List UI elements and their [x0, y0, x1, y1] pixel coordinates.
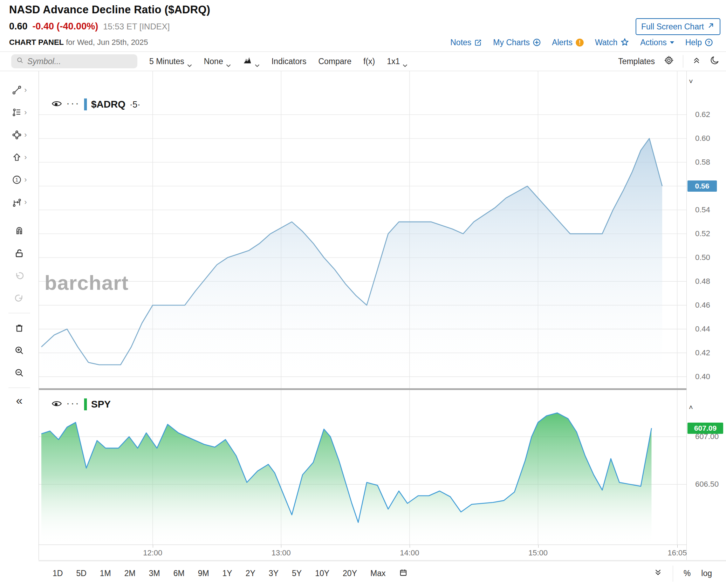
range-5y[interactable]: 5Y [292, 569, 302, 578]
measure-icon [12, 197, 22, 207]
lock-drawings-button[interactable] [14, 242, 25, 265]
series-menu-icon[interactable]: ··· [66, 401, 80, 405]
spy-pane[interactable]: ··· SPY [39, 390, 686, 545]
chart-type-dropdown[interactable] [243, 56, 260, 67]
calendar-button[interactable] [399, 568, 408, 579]
interval-dropdown[interactable]: 5 Minutes [149, 57, 192, 66]
undo-button[interactable] [14, 265, 25, 287]
aggregation-label: None [204, 57, 223, 66]
range-1y[interactable]: 1Y [222, 569, 232, 578]
magnet-mode-button[interactable] [14, 220, 25, 242]
eye-icon[interactable] [52, 100, 62, 109]
trendline-tool[interactable]: › [12, 79, 27, 101]
chevron-right-icon: › [24, 175, 27, 184]
moon-icon [710, 55, 720, 67]
range-10y[interactable]: 10Y [315, 569, 329, 578]
help-link[interactable]: Help ? [685, 38, 713, 47]
arrow-annotation-tool[interactable]: › [12, 146, 27, 169]
range-6m[interactable]: 6M [173, 569, 185, 578]
scale-controls: % log [654, 566, 712, 582]
eye-icon[interactable] [52, 400, 62, 409]
log-scale-button[interactable]: log [701, 569, 712, 578]
annotation-list-tool[interactable]: › [12, 101, 27, 124]
range-3y[interactable]: 3Y [269, 569, 279, 578]
chevron-right-icon: › [24, 153, 27, 162]
adrq-pane[interactable]: ··· $ADRQ ·5· barchart [39, 71, 686, 388]
chart-main: › › › › 1 › › [0, 71, 726, 588]
actions-link[interactable]: Actions [640, 38, 674, 47]
magnet-icon [14, 226, 25, 236]
delete-drawings-button[interactable] [14, 317, 25, 339]
series-menu-icon[interactable]: ··· [66, 101, 80, 105]
time-axis[interactable]: 12:0013:0014:0015:0016:05 [39, 545, 686, 560]
chevron-double-down-icon[interactable] [654, 568, 662, 579]
adrq-interval-suffix: ·5· [130, 100, 141, 110]
grid-layout-label: 1x1 [387, 57, 400, 66]
adrq-color-bar [84, 98, 87, 110]
my-charts-link[interactable]: My Charts [493, 38, 541, 47]
aggregation-dropdown[interactable]: None [204, 57, 231, 66]
templates-button[interactable]: Templates [618, 57, 655, 66]
adrq-last-price-badge: 0.56 [687, 180, 717, 192]
indicators-label: Indicators [272, 57, 307, 66]
dark-mode-toggle[interactable] [710, 55, 720, 67]
last-price: 0.60 [9, 21, 28, 32]
shapes-tool[interactable]: › [12, 124, 27, 146]
measure-tool[interactable]: › [12, 191, 27, 213]
arrow-up-right-icon [707, 22, 715, 32]
range-5d[interactable]: 5D [76, 569, 86, 578]
spy-area-chart[interactable] [39, 390, 686, 545]
svg-text:1: 1 [15, 177, 18, 183]
range-20y[interactable]: 20Y [343, 569, 357, 578]
watch-link[interactable]: Watch [595, 37, 630, 47]
range-1d[interactable]: 1D [53, 569, 63, 578]
alerts-label: Alerts [552, 38, 573, 47]
watch-label: Watch [595, 38, 617, 47]
right-column: ··· $ADRQ ·5· barchart [39, 71, 726, 588]
chevron-right-icon: › [24, 86, 27, 95]
actions-label: Actions [640, 38, 666, 47]
symbol-search-box[interactable] [11, 54, 137, 68]
collapse-toolbar-button[interactable] [692, 56, 701, 67]
percent-scale-button[interactable]: % [684, 569, 691, 578]
price-axis[interactable]: ˅ ˄ 0.56 607.09 0.620.600.580.560.540.52… [687, 71, 726, 560]
header: NASD Advance Decline Ratio ($ADRQ) 0.60 … [0, 0, 726, 47]
collapse-sidebar-button[interactable]: « [16, 391, 23, 409]
page-title: NASD Advance Decline Ratio ($ADRQ) [9, 4, 717, 16]
redo-button[interactable] [14, 287, 25, 309]
number-label-tool[interactable]: 1 › [12, 169, 27, 191]
settings-button[interactable] [664, 55, 674, 67]
time-tick [677, 545, 678, 548]
zoom-out-icon [14, 368, 25, 378]
range-max[interactable]: Max [370, 569, 385, 578]
compare-button[interactable]: Compare [318, 57, 351, 66]
fullscreen-chart-label: Full Screen Chart [641, 22, 704, 32]
adrq-area-chart[interactable] [39, 71, 686, 388]
chevron-right-icon: › [24, 108, 27, 117]
fullscreen-chart-button[interactable]: Full Screen Chart [636, 18, 720, 35]
quote-row: 0.60 -0.40 (-40.00%) 15:53 ET [INDEX] [9, 21, 717, 32]
symbol-input[interactable] [27, 57, 132, 66]
alerts-link[interactable]: Alerts ! [552, 38, 584, 47]
grid-layout-dropdown[interactable]: 1x1 [387, 57, 407, 66]
time-tick [410, 545, 410, 548]
trash-icon [14, 323, 25, 333]
notes-link[interactable]: Notes [450, 38, 482, 47]
fx-button[interactable]: f(x) [363, 57, 375, 66]
range-1m[interactable]: 1M [100, 569, 111, 578]
gear-icon [664, 55, 674, 67]
charts-and-axis: ··· $ADRQ ·5· barchart [39, 71, 726, 560]
range-2y[interactable]: 2Y [246, 569, 255, 578]
arrow-up-icon [12, 152, 22, 163]
notes-label: Notes [450, 38, 471, 47]
indicators-button[interactable]: Indicators [272, 57, 307, 66]
zoom-out-button[interactable] [14, 362, 25, 384]
range-3m[interactable]: 3M [149, 569, 160, 578]
range-2m[interactable]: 2M [124, 569, 136, 578]
zoom-in-button[interactable] [14, 339, 25, 362]
collapse-pane-chevron-icon[interactable]: ˅ [689, 77, 693, 86]
expand-pane-chevron-icon[interactable]: ˄ [689, 403, 693, 411]
chevron-right-icon: › [24, 198, 27, 207]
time-axis-label: 14:00 [394, 548, 425, 558]
range-9m[interactable]: 9M [198, 569, 209, 578]
